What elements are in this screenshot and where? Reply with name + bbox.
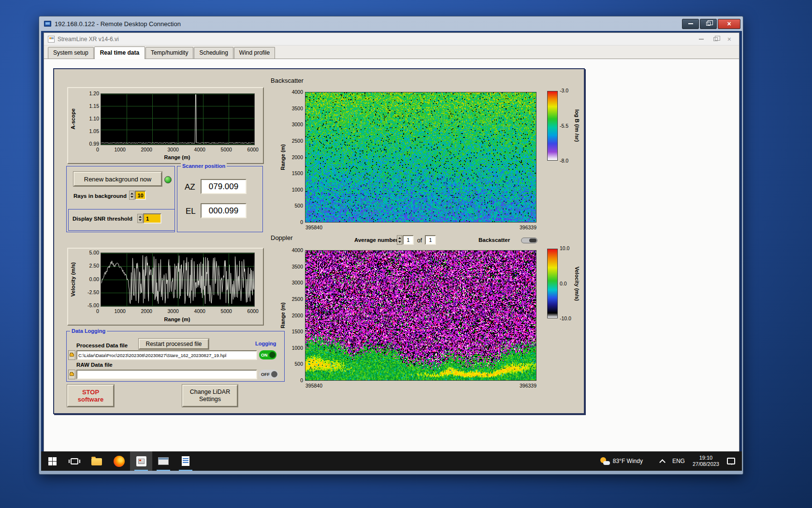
tick-label: 500	[294, 361, 303, 367]
tab-temp-humidity[interactable]: Temp/humidity	[145, 47, 193, 59]
change-lidar-settings-button[interactable]: Change LiDAR Settings	[182, 385, 238, 407]
stop-button-line2: software	[78, 396, 103, 403]
el-label: EL	[186, 207, 196, 216]
labview-app-window: StreamLine XR v14-6.vi × System setup Re…	[44, 32, 740, 451]
rdp-titlebar[interactable]: 192.168.0.122 - Remote Desktop Connectio…	[39, 16, 743, 31]
tick-label: 2500	[292, 297, 303, 302]
az-label: AZ	[185, 182, 195, 192]
tick-label: 2500	[292, 138, 303, 144]
tick-label: 4000	[194, 309, 205, 314]
rays-spinner[interactable]	[129, 191, 134, 200]
raw-path-field[interactable]	[76, 370, 257, 379]
document-app-button[interactable]	[174, 451, 197, 471]
app-titlebar[interactable]: StreamLine XR v14-6.vi ×	[44, 33, 739, 45]
folder-icon	[91, 458, 102, 465]
app-window-title: StreamLine XR v14-6.vi	[58, 36, 119, 43]
raw-path-browse-button[interactable]	[68, 370, 75, 379]
tab-real-time-data[interactable]: Real time data	[94, 46, 145, 59]
labview-app-button[interactable]	[130, 451, 152, 471]
weather-widget[interactable]: 83°F Windy	[600, 457, 643, 465]
rdp-window-title: 192.168.0.122 - Remote Desktop Connectio…	[55, 20, 181, 28]
ascope-x-ticks: 0100020003000400050006000	[96, 147, 259, 152]
remote-desktop-icon	[44, 21, 51, 27]
backscatter-y-axis-label: Range (m)	[279, 92, 286, 222]
doppler-section-title: Doppler	[271, 234, 293, 241]
snr-threshold-label: Display SNR threshold	[72, 216, 132, 222]
hidden-icons-chevron-icon[interactable]	[659, 459, 666, 465]
scanner-position-box	[177, 166, 263, 232]
backscatter-x-start: 395840	[305, 225, 322, 230]
tick-label: 2.50	[89, 263, 99, 269]
velocity-plot	[101, 253, 255, 307]
average-number-field[interactable]: 1	[403, 235, 414, 245]
tab-wind-profile[interactable]: Wind profile	[234, 47, 275, 59]
raw-data-file-label: RAW Data file	[76, 362, 113, 368]
backscatter-colorbar	[547, 91, 558, 161]
stop-software-button[interactable]: STOP software	[67, 385, 114, 407]
processed-path-browse-button[interactable]	[68, 350, 75, 360]
weather-icon	[600, 457, 610, 465]
rdp-window: 192.168.0.122 - Remote Desktop Connectio…	[39, 16, 743, 475]
close-icon: ×	[727, 36, 731, 43]
tick-label: 1500	[292, 329, 303, 334]
tick-label: 0.99	[89, 141, 99, 147]
task-view-button[interactable]	[63, 451, 86, 471]
average-number-spinner[interactable]	[397, 235, 402, 245]
average-total-field: 1	[425, 235, 436, 245]
tab-scheduling[interactable]: Scheduling	[194, 47, 233, 59]
windows-logo-icon	[48, 457, 57, 465]
tick-label: 1000	[292, 187, 303, 193]
tick-label: 3000	[292, 122, 303, 127]
tick-label: 4000	[292, 90, 303, 95]
snr-spinner[interactable]	[137, 214, 143, 223]
backscatter-x-end: 396339	[499, 225, 536, 230]
restore-button[interactable]	[700, 19, 717, 29]
firefox-button[interactable]	[108, 451, 130, 471]
language-indicator[interactable]: ENG	[672, 458, 685, 464]
tick-label: 6000	[247, 147, 259, 152]
tick-label: 2000	[141, 309, 152, 314]
el-value-field: 000.099	[201, 203, 246, 218]
rdp-window-controls: ×	[682, 19, 740, 29]
tick-label: 2000	[141, 147, 152, 152]
app-restore-button[interactable]	[713, 37, 718, 41]
processed-data-file-label: Processed Data file	[76, 343, 128, 348]
start-button[interactable]	[41, 451, 63, 471]
change-button-line2: Settings	[199, 396, 221, 403]
scan-scheduler-button[interactable]	[152, 451, 174, 471]
taskbar-clock[interactable]: 19:10 27/08/2023	[693, 455, 719, 467]
app-close-button[interactable]: ×	[727, 36, 731, 43]
file-explorer-button[interactable]	[86, 451, 108, 471]
app-minimize-button[interactable]	[699, 39, 704, 40]
raw-logging-toggle[interactable]: OFF	[259, 370, 278, 379]
az-value-field: 079.009	[201, 179, 246, 194]
tick-label: 0.00	[89, 277, 99, 282]
backscatter-plot	[305, 92, 536, 223]
ascope-plot	[101, 93, 255, 145]
renew-background-button[interactable]: Renew background now	[73, 172, 162, 186]
tick-label: -10.0	[560, 316, 571, 321]
vi-front-panel: A-scope 1.201.151.101.050.99 01000200030…	[44, 59, 739, 452]
task-view-icon	[71, 458, 78, 464]
tick-label: 500	[294, 203, 303, 209]
velocity-x-axis-label: Range (m)	[101, 316, 254, 322]
doppler-colorbar-label: Velocity (m/s)	[573, 249, 581, 318]
system-tray: 83°F Windy ENG 19:10 27/08/2023	[600, 451, 742, 471]
ascope-plot-canvas	[101, 94, 254, 145]
tab-system-setup[interactable]: System setup	[48, 47, 94, 59]
tick-label: -5.5	[560, 123, 568, 129]
close-button[interactable]: ×	[718, 19, 740, 29]
minimize-icon	[688, 23, 693, 24]
remote-desktop: StreamLine XR v14-6.vi × System setup Re…	[41, 31, 742, 471]
notification-center-icon[interactable]	[727, 458, 735, 464]
snr-threshold-field[interactable]: 1	[143, 213, 161, 224]
velocity-plot-canvas	[101, 253, 254, 306]
restart-processed-file-button[interactable]: Restart processed file	[139, 339, 209, 349]
rays-in-background-field[interactable]: 10	[135, 191, 146, 200]
minimize-button[interactable]	[682, 19, 699, 29]
processed-logging-toggle[interactable]: ON	[259, 350, 276, 359]
tick-label: 1000	[115, 147, 126, 152]
tick-label: -5.00	[87, 303, 99, 308]
backscatter-doppler-toggle[interactable]	[521, 238, 537, 243]
processed-path-field[interactable]: C:\Lidar\Data\Proc\2023\202308\20230827\…	[76, 350, 257, 360]
